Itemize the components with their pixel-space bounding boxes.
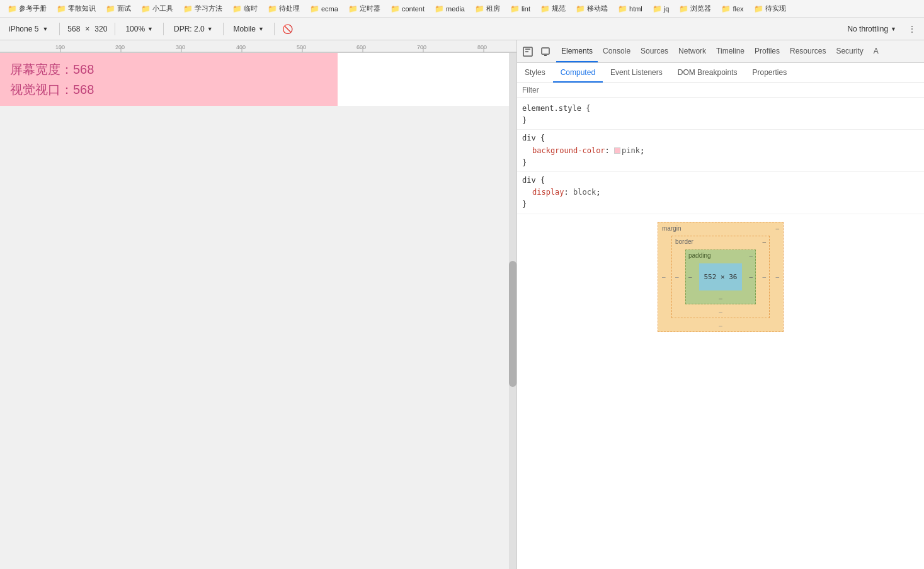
bookmark-面试[interactable]: 📁面试 — [102, 3, 135, 14]
border-left-val: – — [675, 273, 679, 280]
bookmark-移动端[interactable]: 📁移动端 — [572, 3, 612, 14]
css-rule-element-style: element.style { } — [517, 100, 924, 130]
mobile-selector[interactable]: Mobile ▼ — [231, 23, 266, 35]
zoom-selector[interactable]: 100% ▼ — [123, 23, 156, 35]
border-bottom-val: – — [719, 309, 722, 316]
browser-panel: 100 200 300 400 500 600 700 800 — [0, 40, 516, 569]
bookmark-ecma[interactable]: 📁ecma — [306, 3, 342, 14]
filter-input[interactable] — [522, 86, 919, 95]
page-area: 屏幕宽度：568 视觉视口：568 — [0, 53, 516, 106]
separator3 — [163, 23, 164, 35]
bookmark-浏览器[interactable]: 📁浏览器 — [675, 3, 715, 14]
device-selector[interactable]: iPhone 5 ▼ — [5, 23, 52, 35]
bookmark-规范[interactable]: 📁规范 — [537, 3, 569, 14]
svg-text:800: 800 — [477, 44, 487, 50]
bookmark-lint[interactable]: 📁lint — [506, 3, 534, 14]
ruler: 100 200 300 400 500 600 700 800 — [0, 40, 516, 53]
tab-security[interactable]: Security — [831, 40, 868, 62]
scrollbar-thumb[interactable] — [509, 261, 516, 387]
visual-viewport-text: 视觉视口：568 — [10, 79, 328, 100]
bookmark-定时器[interactable]: 📁定时器 — [345, 3, 384, 14]
css-value-block: block — [573, 188, 596, 197]
tab-timeline[interactable]: Timeline — [711, 40, 750, 62]
css-colon: : — [605, 146, 614, 155]
box-model-section: margin – – – – border – – – – — [517, 214, 924, 340]
tab-resources[interactable]: Resources — [785, 40, 831, 62]
padding-left-val: – — [688, 273, 692, 280]
devtools-panel: Elements Console Sources Network Timelin… — [516, 40, 924, 569]
box-model-diagram: margin – – – – border – – – – — [658, 222, 784, 332]
throttle-selector[interactable]: No throttling ▼ — [843, 23, 900, 35]
bookmark-media[interactable]: 📁media — [431, 3, 469, 14]
subtab-dom-breakpoints[interactable]: DOM Breakpoints — [670, 63, 745, 83]
subtab-event-listeners[interactable]: Event Listeners — [603, 63, 670, 83]
viewport-height: 320 — [94, 25, 107, 33]
device-toggle-button[interactable] — [537, 43, 554, 60]
subtab-computed[interactable]: Computed — [553, 63, 603, 83]
bookmark-待实现[interactable]: 📁待实现 — [750, 3, 790, 14]
bookmark-学习方法[interactable]: 📁学习方法 — [180, 3, 226, 14]
more-options-button[interactable]: ⋮ — [905, 23, 919, 35]
bookmark-jq[interactable]: 📁jq — [649, 3, 673, 14]
separator2 — [115, 23, 115, 35]
bookmark-临时[interactable]: 📁临时 — [229, 3, 261, 14]
tab-network[interactable]: Network — [673, 40, 711, 62]
vertical-scrollbar[interactable] — [509, 53, 516, 569]
padding-bottom-val: – — [719, 295, 722, 302]
dpr-value: DPR: 2.0 — [174, 25, 205, 33]
tab-a[interactable]: A — [869, 40, 884, 62]
bookmark-html[interactable]: 📁html — [614, 3, 646, 14]
svg-text:200: 200 — [115, 44, 125, 50]
bookmark-零散知识[interactable]: 📁零散知识 — [53, 3, 100, 14]
subtab-properties[interactable]: Properties — [744, 63, 794, 83]
css-color-swatch[interactable] — [614, 147, 620, 154]
no-touch-icon[interactable]: 🚫 — [282, 24, 293, 34]
css-close-brace2: } — [522, 158, 527, 167]
mobile-chevron-icon: ▼ — [258, 26, 264, 32]
bookmark-待处理[interactable]: 📁待处理 — [264, 3, 304, 14]
inspect-element-button[interactable] — [520, 43, 536, 60]
svg-text:300: 300 — [176, 44, 185, 50]
css-selector-div1: div { — [522, 134, 545, 142]
filter-bar — [517, 83, 924, 98]
border-dash-label: – — [762, 238, 766, 245]
tab-sources[interactable]: Sources — [636, 40, 673, 62]
css-selector-div2: div { — [522, 176, 545, 185]
separator — [59, 23, 60, 35]
svg-text:600: 600 — [356, 44, 366, 50]
bookmark-参考手册[interactable]: 📁参考手册 — [4, 3, 50, 14]
throttle-value: No throttling — [847, 25, 888, 33]
tab-profiles[interactable]: Profiles — [750, 40, 785, 62]
bookmark-flex[interactable]: 📁flex — [717, 3, 747, 14]
css-property-display: display — [532, 188, 564, 197]
zoom-value: 100% — [125, 25, 145, 33]
mobile-value: Mobile — [234, 25, 256, 33]
bookmark-租房[interactable]: 📁租房 — [471, 3, 504, 14]
css-selector: element.style { — [522, 104, 590, 113]
svg-rect-19 — [544, 55, 547, 56]
bookmark-小工具[interactable]: 📁小工具 — [137, 3, 177, 14]
padding-label: padding — [688, 252, 711, 259]
dimension-x: × — [85, 25, 89, 33]
border-label: border — [675, 238, 693, 245]
devtools-tabs: Elements Console Sources Network Timelin… — [517, 40, 924, 63]
styles-content: element.style { } div { background-color… — [517, 98, 924, 569]
subtab-styles[interactable]: Styles — [517, 63, 553, 83]
dpr-chevron-icon: ▼ — [207, 26, 213, 32]
css-close-brace3: } — [522, 200, 527, 209]
bookmark-content[interactable]: 📁content — [387, 3, 428, 14]
box-content: 552 × 36 — [699, 263, 742, 290]
css-rule-div-display: div { display: block; } — [517, 172, 924, 214]
main-layout: 100 200 300 400 500 600 700 800 — [0, 40, 924, 569]
dpr-selector[interactable]: DPR: 2.0 ▼ — [171, 23, 215, 35]
border-right-val: – — [762, 273, 766, 280]
margin-left-val: – — [662, 273, 666, 280]
tab-elements[interactable]: Elements — [556, 40, 598, 62]
screen-width-text: 屏幕宽度：568 — [10, 59, 328, 79]
zoom-chevron-icon: ▼ — [147, 26, 153, 32]
css-rule-div-bg: div { background-color: pink; } — [517, 130, 924, 172]
viewport-content: 屏幕宽度：568 视觉视口：568 — [0, 53, 516, 569]
svg-rect-18 — [542, 48, 549, 54]
bookmarks-bar: 📁参考手册 📁零散知识 📁面试 📁小工具 📁学习方法 📁临时 📁待处理 📁ecm… — [0, 0, 924, 18]
tab-console[interactable]: Console — [598, 40, 636, 62]
